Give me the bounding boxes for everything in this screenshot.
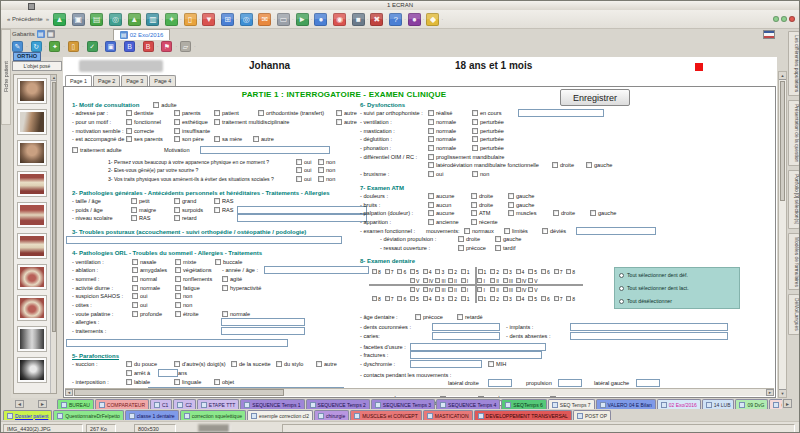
tooth-checkbox[interactable] — [448, 269, 453, 274]
tooth-checkbox[interactable] — [541, 269, 546, 274]
text-input[interactable] — [432, 323, 500, 331]
checkbox[interactable] — [296, 159, 302, 165]
checkbox[interactable] — [428, 202, 434, 208]
side-tab[interactable]: Portfolio [0] sélection(s) — [788, 170, 800, 228]
bottom-tab[interactable]: chirurgie — [314, 410, 349, 420]
thumbnail-panoramic-xray[interactable] — [17, 326, 47, 352]
tooth-checkbox[interactable] — [490, 287, 495, 292]
checkbox[interactable] — [132, 267, 138, 273]
checkbox[interactable] — [214, 119, 220, 125]
text-input[interactable] — [558, 379, 582, 387]
checkbox[interactable] — [132, 311, 138, 317]
scrollbar-thumb[interactable] — [52, 82, 56, 332]
camera-icon[interactable]: ◎ — [109, 13, 122, 26]
screen-switch-icon[interactable]: ▣ — [72, 13, 85, 26]
checkbox[interactable] — [553, 210, 559, 216]
tooth-checkbox[interactable] — [477, 287, 482, 292]
edit-blue-icon[interactable]: ✎ — [12, 41, 23, 52]
text-input[interactable] — [576, 227, 656, 235]
thumbnail-scrollbar[interactable]: ▲ — [50, 75, 56, 393]
bottom-tab[interactable]: POST OP — [573, 410, 611, 420]
scroll-up-button[interactable]: ▲ — [51, 75, 57, 81]
side-tab[interactable]: Présentation de la question — [788, 100, 800, 166]
user-blue-icon[interactable]: ● — [314, 13, 327, 26]
form-horizontal-scrollbar[interactable]: ◄ ► — [65, 388, 774, 396]
bottom-tab[interactable]: DEVELOPPEMENT TRANSVERSAL — [474, 410, 572, 420]
checkbox[interactable] — [214, 207, 220, 213]
checkbox[interactable] — [495, 245, 501, 251]
tooth-checkbox[interactable] — [397, 269, 402, 274]
bottom-tab[interactable]: correction squelettique — [180, 410, 246, 420]
checkbox[interactable] — [296, 176, 302, 182]
checkbox[interactable] — [214, 110, 220, 116]
text-input[interactable] — [237, 214, 367, 222]
tooth-checkbox[interactable] — [528, 278, 533, 283]
checkbox[interactable] — [222, 285, 228, 291]
bottom-tab[interactable]: SEQ Temps 7 — [548, 399, 595, 409]
checkbox[interactable] — [428, 193, 434, 199]
checkbox[interactable] — [458, 245, 464, 251]
checkbox[interactable] — [415, 314, 421, 320]
bottom-tab[interactable]: SEQUENCE Temps 3 — [371, 399, 435, 409]
tooth-checkbox[interactable] — [423, 269, 428, 274]
bottom-tab[interactable]: exemple correction cl2 — [247, 410, 313, 420]
document-tab[interactable]: ▤ 02 Exo/2016 — [113, 29, 171, 40]
checkbox[interactable] — [174, 361, 180, 367]
tooth-checkbox[interactable] — [541, 296, 546, 301]
bottom-tab[interactable]: BUREAU — [57, 399, 94, 409]
scroll-left-button[interactable]: ◄ — [65, 389, 73, 396]
checkbox[interactable] — [132, 302, 138, 308]
checkbox[interactable] — [175, 311, 181, 317]
video-icon[interactable]: ► — [296, 13, 309, 26]
tooth-checkbox[interactable] — [503, 287, 508, 292]
text-input[interactable] — [66, 339, 288, 347]
tooth-checkbox[interactable] — [554, 269, 559, 274]
tooth-checkbox[interactable] — [554, 296, 559, 301]
scroll-right-button[interactable]: ► — [766, 389, 774, 396]
flag-red-icon[interactable]: ⚑ — [161, 41, 172, 52]
checkbox[interactable] — [428, 171, 434, 177]
checkbox[interactable] — [428, 110, 434, 116]
checkbox[interactable] — [471, 193, 477, 199]
checkbox[interactable] — [174, 128, 180, 134]
thumbnail-occlusal-upper[interactable] — [17, 264, 47, 290]
minimize-button[interactable] — [773, 16, 779, 22]
checkbox[interactable] — [258, 110, 264, 116]
tooth-checkbox[interactable] — [435, 269, 440, 274]
checkbox[interactable] — [428, 136, 434, 142]
bottom-tab[interactable]: VALERO 04 E Bilan — [596, 399, 656, 409]
plugin-icon[interactable]: ● — [408, 13, 421, 26]
previous-button[interactable]: « Précédente — [5, 15, 45, 23]
tooth-checkbox[interactable] — [478, 296, 483, 301]
bottom-tab[interactable]: COMPARATEUR — [95, 399, 149, 409]
tab-scroll-right-button[interactable]: ► — [783, 399, 792, 408]
checkbox[interactable] — [457, 314, 463, 320]
tooth-checkbox[interactable] — [490, 296, 495, 301]
checkbox[interactable] — [508, 210, 514, 216]
globe-icon[interactable]: ◎ — [240, 13, 253, 26]
checkbox[interactable] — [318, 159, 324, 165]
checkbox[interactable] — [276, 361, 282, 367]
tooth-checkbox[interactable] — [490, 278, 495, 283]
bottom-tab[interactable]: 14 LUB — [702, 399, 735, 409]
template-grid-icon[interactable]: ▦ — [47, 30, 55, 38]
letter-b-blue-icon[interactable]: B — [124, 41, 135, 52]
bottom-tab[interactable]: C2 — [173, 399, 195, 409]
side-tab[interactable]: DéMo/Langues — [788, 294, 800, 335]
bottom-tab[interactable]: SEQTemps 6 — [501, 399, 546, 409]
tooth-checkbox[interactable] — [516, 269, 521, 274]
checkbox[interactable] — [231, 361, 237, 367]
checkbox[interactable] — [504, 228, 510, 234]
checkbox[interactable] — [126, 361, 132, 367]
checkbox[interactable] — [336, 119, 342, 125]
bottom-tab[interactable]: classe 1 dentaire — [125, 410, 179, 420]
checkbox[interactable] — [472, 110, 478, 116]
checkbox[interactable] — [472, 119, 478, 125]
tooth-checkbox[interactable] — [503, 296, 508, 301]
bottom-tab[interactable]: 02 Exo/2016 — [657, 399, 701, 409]
tooth-checkbox[interactable] — [397, 296, 402, 301]
checkbox[interactable] — [174, 215, 180, 221]
tooth-checkbox[interactable] — [423, 287, 428, 292]
tooth-checkbox[interactable] — [461, 278, 466, 283]
text-input[interactable] — [518, 109, 604, 117]
